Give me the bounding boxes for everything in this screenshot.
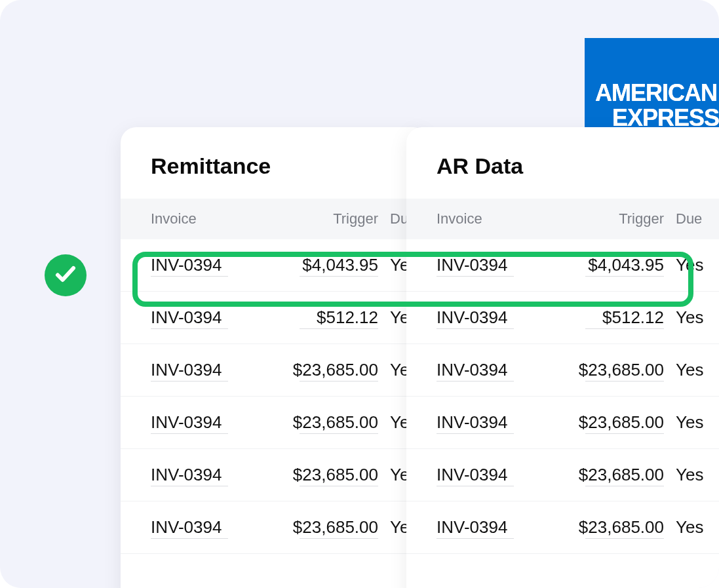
cell-invoice: INV-0394 <box>151 465 282 485</box>
ar-data-title: AR Data <box>406 127 719 199</box>
table-row[interactable]: INV-0394$23,685.00Yes <box>406 501 719 554</box>
cell-due: Yes <box>676 412 715 433</box>
table-row[interactable]: INV-0394$4,043.95Yes <box>406 239 719 292</box>
match-check-badge <box>45 254 87 296</box>
cell-trigger: $512.12 <box>282 307 390 328</box>
cell-invoice: INV-0394 <box>437 517 568 538</box>
cell-invoice: INV-0394 <box>437 307 568 328</box>
table-row[interactable]: INV-0394$23,685.00Yes <box>406 397 719 449</box>
cell-due: Yes <box>676 360 715 380</box>
col-header-invoice: Invoice <box>437 210 568 227</box>
cell-invoice: INV-0394 <box>151 360 282 380</box>
ar-data-panel: AR Data Invoice Trigger Due INV-0394$4,0… <box>406 127 719 588</box>
cell-trigger: $4,043.95 <box>568 255 676 275</box>
amex-logo-line1: AMERICAN <box>595 81 717 105</box>
amex-logo-line2: EXPRESS <box>612 106 719 130</box>
table-row[interactable]: INV-0394$4,043.95Ye <box>121 239 429 292</box>
cell-invoice: INV-0394 <box>151 517 282 538</box>
col-header-trigger: Trigger <box>568 210 676 227</box>
cell-invoice: INV-0394 <box>151 307 282 328</box>
remittance-title: Remittance <box>121 127 429 199</box>
cell-trigger: $23,685.00 <box>282 465 390 485</box>
cell-trigger: $23,685.00 <box>282 360 390 380</box>
remittance-panel: Remittance Invoice Trigger Du INV-0394$4… <box>121 127 429 588</box>
table-row[interactable]: INV-0394$23,685.00Ye <box>121 344 429 397</box>
cell-trigger: $23,685.00 <box>568 465 676 485</box>
cell-trigger: $23,685.00 <box>568 360 676 380</box>
cell-invoice: INV-0394 <box>437 465 568 485</box>
table-row[interactable]: INV-0394$23,685.00Ye <box>121 449 429 501</box>
col-header-invoice: Invoice <box>151 210 282 227</box>
cell-invoice: INV-0394 <box>437 412 568 433</box>
cell-invoice: INV-0394 <box>437 255 568 275</box>
cell-trigger: $23,685.00 <box>568 412 676 433</box>
cell-due: Yes <box>676 255 715 275</box>
table-row[interactable]: INV-0394$512.12Ye <box>121 292 429 344</box>
col-header-due: Due <box>676 210 715 227</box>
cell-due: Yes <box>676 465 715 485</box>
cell-invoice: INV-0394 <box>151 255 282 275</box>
table-row[interactable]: INV-0394$512.12Yes <box>406 292 719 344</box>
cell-invoice: INV-0394 <box>437 360 568 380</box>
cell-trigger: $512.12 <box>568 307 676 328</box>
ar-rows: INV-0394$4,043.95YesINV-0394$512.12YesIN… <box>406 239 719 554</box>
ar-table-header: Invoice Trigger Due <box>406 199 719 239</box>
cell-due: Yes <box>676 307 715 328</box>
cell-trigger: $23,685.00 <box>568 517 676 538</box>
cell-invoice: INV-0394 <box>151 412 282 433</box>
cell-due: Yes <box>676 517 715 538</box>
cell-trigger: $4,043.95 <box>282 255 390 275</box>
table-row[interactable]: INV-0394$23,685.00Ye <box>121 397 429 449</box>
table-row[interactable]: INV-0394$23,685.00Yes <box>406 344 719 397</box>
table-row[interactable]: INV-0394$23,685.00Ye <box>121 501 429 554</box>
col-header-trigger: Trigger <box>282 210 390 227</box>
table-row[interactable]: INV-0394$23,685.00Yes <box>406 449 719 501</box>
check-icon <box>54 262 77 288</box>
comparison-stage: AMERICAN EXPRESS Remittance Invoice Trig… <box>0 0 719 588</box>
remittance-rows: INV-0394$4,043.95YeINV-0394$512.12YeINV-… <box>121 239 429 554</box>
cell-trigger: $23,685.00 <box>282 412 390 433</box>
remittance-table-header: Invoice Trigger Du <box>121 199 429 239</box>
cell-trigger: $23,685.00 <box>282 517 390 538</box>
